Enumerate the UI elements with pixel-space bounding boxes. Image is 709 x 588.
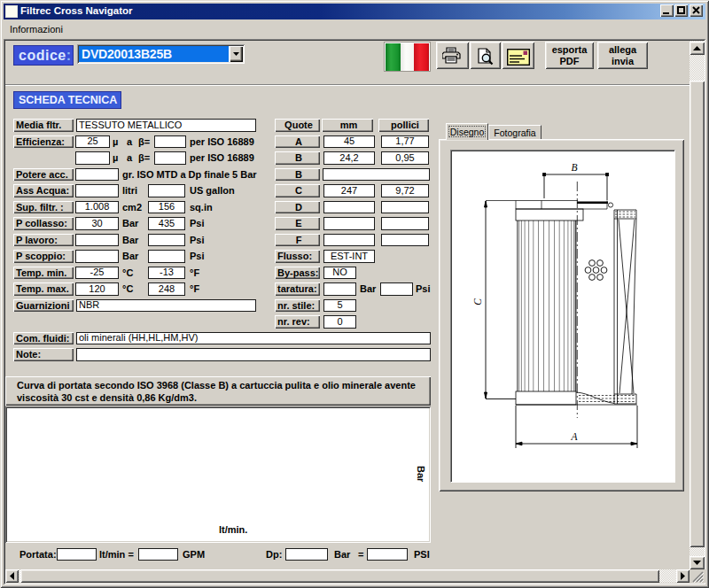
svg-text:B: B: [571, 162, 577, 173]
svg-text:A: A: [570, 431, 578, 442]
svg-text:C: C: [472, 298, 483, 306]
